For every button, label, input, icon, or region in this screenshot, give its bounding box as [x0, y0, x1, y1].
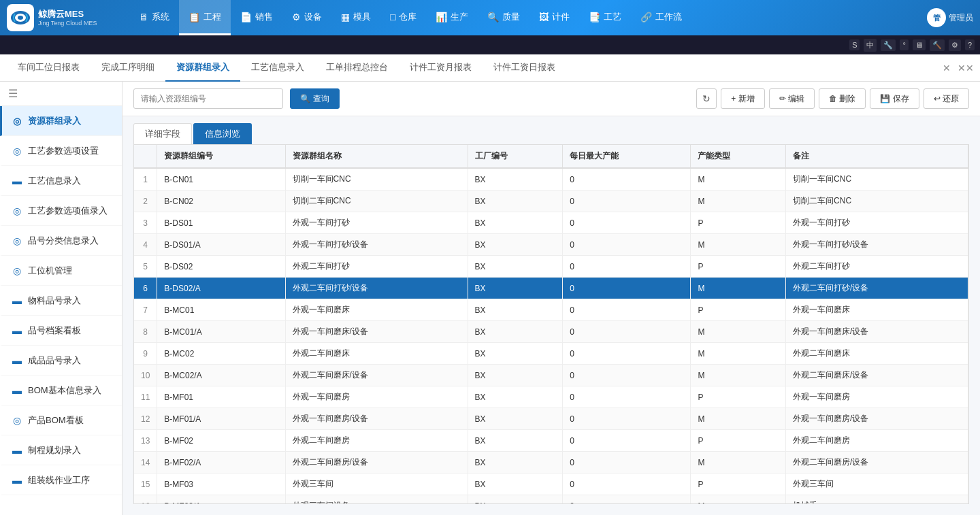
- cell-code: B-MF02: [157, 430, 285, 452]
- save-button[interactable]: 💾 保存: [870, 88, 919, 109]
- table-row[interactable]: 5 B-DS02 外观二车间打砂 BX 0 P 外观二车间打砂: [134, 256, 968, 278]
- sidebar-item-assembly-line[interactable]: ▬组装线作业工序: [0, 465, 122, 495]
- cell-name: 外观二车间打砂/设备: [285, 278, 468, 299]
- sidebar-icon-process-data: ◎: [12, 205, 22, 216]
- table-row[interactable]: 2 B-CN02 切削二车间CNC BX 0 M 切削二车间CNC: [134, 190, 968, 212]
- search-button[interactable]: 🔍 查询: [290, 88, 340, 109]
- cell-type: M: [691, 278, 786, 299]
- nav-item-production[interactable]: 📊生产: [426, 0, 478, 35]
- table-row[interactable]: 8 B-MC01/A 外观一车间磨床/设备 BX 0 M 外观一车间磨床/设备: [134, 321, 968, 343]
- table-row[interactable]: 12 B-MF01/A 外观一车间磨房/设备 BX 0 M 外观一车间磨房/设备: [134, 408, 968, 430]
- restore-button[interactable]: ↩ 还原: [924, 88, 969, 109]
- table-row[interactable]: 14 B-MF02/A 外观二车间磨房/设备 BX 0 M 外观二车间磨房/设备: [134, 452, 968, 474]
- cell-name: 外观二车间磨房/设备: [285, 452, 468, 474]
- table-row[interactable]: 1 B-CN01 切削一车间CNC BX 0 M 切削一车间CNC: [134, 168, 968, 190]
- sidebar-item-process-plan[interactable]: ▬制程规划录入: [0, 435, 122, 465]
- sidebar-item-process-info[interactable]: ▬工艺信息录入: [0, 166, 122, 196]
- nav-item-process[interactable]: 📑工艺: [579, 0, 631, 35]
- search-input[interactable]: [133, 88, 283, 109]
- sidebar-toggle[interactable]: ☰: [8, 87, 18, 100]
- row-number: 9: [134, 343, 157, 365]
- table-row[interactable]: 11 B-MF01 外观一车间磨房 BX 0 P 外观一车间磨房: [134, 386, 968, 408]
- sidebar-item-workstation[interactable]: ◎工位机管理: [0, 256, 122, 286]
- nav-icon-engineering: 📋: [189, 12, 200, 22]
- nav-item-system[interactable]: 🖥系统: [129, 0, 179, 35]
- table-row[interactable]: 15 B-MF03 外观三车间 BX 0 P 外观三车间: [134, 474, 968, 495]
- sidebar-item-resource-group[interactable]: ◎资源群组录入: [0, 106, 122, 136]
- nav-item-engineering[interactable]: 📋工程: [179, 0, 231, 35]
- table-row[interactable]: 10 B-MC02/A 外观二车间磨床/设备 BX 0 M 外观二车间磨床/设备: [134, 365, 968, 386]
- table-row[interactable]: 13 B-MF02 外观二车间磨房 BX 0 P 外观二车间磨房: [134, 430, 968, 452]
- cell-remark: 切削一车间CNC: [786, 168, 968, 190]
- sys-btn-tool2[interactable]: 🔨: [930, 39, 945, 51]
- sys-btn-help[interactable]: ?: [965, 39, 975, 50]
- cell-remark: 外观二车间磨床: [786, 343, 968, 365]
- sidebar-item-product-entry[interactable]: ▬成品品号录入: [0, 346, 122, 376]
- table-row[interactable]: 6 B-DS02/A 外观二车间打砂/设备 BX 0 M 外观二车间打砂/设备: [134, 278, 968, 299]
- sidebar-item-process-data[interactable]: ◎工艺参数选项值录入: [0, 196, 122, 226]
- cell-type: P: [691, 430, 786, 452]
- nav-item-mold[interactable]: ▦模具: [331, 0, 380, 35]
- sidebar-item-bom-basic[interactable]: ▬BOM基本信息录入: [0, 376, 122, 405]
- sys-btn-settings[interactable]: ⚙: [949, 39, 961, 51]
- cell-capacity: 0: [563, 256, 691, 278]
- user-avatar: 管: [927, 8, 946, 27]
- close-all-tabs-btn[interactable]: ✕✕: [958, 61, 973, 76]
- sidebar-item-material[interactable]: ▬物料品号录入: [0, 286, 122, 316]
- sub-tab-process-detail[interactable]: 完成工序明细: [91, 54, 165, 82]
- nav-icon-mold: ▦: [341, 12, 350, 22]
- row-number: 8: [134, 321, 157, 343]
- table-row[interactable]: 4 B-DS01/A 外观一车间打砂/设备 BX 0 M 外观一车间打砂/设备: [134, 234, 968, 256]
- sidebar-item-process-params[interactable]: ◎工艺参数选项设置: [0, 136, 122, 166]
- table-row[interactable]: 3 B-DS01 外观一车间打砂 BX 0 P 外观一车间打砂: [134, 212, 968, 234]
- nav-item-warehouse[interactable]: □仓库: [380, 0, 426, 35]
- sub-tab-process-info[interactable]: 工艺信息录入: [240, 54, 315, 82]
- cell-type: M: [691, 408, 786, 430]
- sidebar-icon-process-params: ◎: [12, 146, 22, 156]
- sub-tab-resource-group[interactable]: 资源群组录入: [165, 54, 240, 82]
- sys-btn-degree[interactable]: °: [900, 39, 908, 50]
- cell-remark: 切削二车间CNC: [786, 190, 968, 212]
- cell-code: B-MC01/A: [157, 321, 285, 343]
- data-table: 资源群组编号资源群组名称工厂编号每日最大产能产能类型备注 1 B-CN01 切削…: [134, 145, 968, 504]
- sidebar-item-product-file[interactable]: ▬品号档案看板: [0, 316, 122, 346]
- nav-item-quality[interactable]: 🔍质量: [478, 0, 529, 35]
- sidebar-item-bom-kanban[interactable]: ◎产品BOM看板: [0, 405, 122, 435]
- cell-remark: 外观一车间磨床/设备: [786, 321, 968, 343]
- sidebar-item-product-class[interactable]: ◎品号分类信息录入: [0, 226, 122, 256]
- sub-tab-piecework-daily[interactable]: 计件工资日报表: [483, 54, 566, 82]
- nav-item-piecework[interactable]: 🖼计件: [529, 0, 579, 35]
- table-row[interactable]: 16 B-MF03/A 外观三车间设备 BX 0 M 机械手: [134, 495, 968, 505]
- sub-tab-work-order[interactable]: 工单排程总控台: [315, 54, 399, 82]
- delete-button[interactable]: 🗑 删除: [819, 88, 866, 109]
- sys-btn-tool1[interactable]: 🔧: [881, 39, 896, 51]
- refresh-button[interactable]: ↻: [696, 88, 717, 109]
- view-tab-detail-fields[interactable]: 详细字段: [133, 123, 192, 144]
- cell-remark: 外观一车间磨床: [786, 299, 968, 321]
- row-number: 1: [134, 168, 157, 190]
- sub-tab-workshop-daily[interactable]: 车间工位日报表: [7, 54, 91, 82]
- nav-item-sales[interactable]: 📄销售: [231, 0, 282, 35]
- sidebar-icon-process-info: ▬: [12, 176, 22, 186]
- edit-button[interactable]: ✏ 编辑: [769, 88, 815, 109]
- close-tab-btn[interactable]: ✕: [939, 61, 954, 76]
- table-row[interactable]: 7 B-MC01 外观一车间磨床 BX 0 P 外观一车间磨床: [134, 299, 968, 321]
- cell-factory: BX: [468, 234, 563, 256]
- cell-name: 外观一车间打砂/设备: [285, 234, 468, 256]
- username-label: 管理员: [949, 12, 973, 24]
- sys-btn-s[interactable]: S: [849, 39, 860, 50]
- cell-code: B-MC01: [157, 299, 285, 321]
- cell-factory: BX: [468, 256, 563, 278]
- table-row[interactable]: 9 B-MC02 外观二车间磨床 BX 0 M 外观二车间磨床: [134, 343, 968, 365]
- cell-factory: BX: [468, 212, 563, 234]
- sys-btn-screen[interactable]: 🖥: [913, 39, 926, 50]
- sub-tab-piecework-monthly[interactable]: 计件工资月报表: [399, 54, 483, 82]
- sys-btn-lang[interactable]: 中: [864, 39, 877, 52]
- new-button[interactable]: + 新增: [721, 88, 764, 109]
- logo-area: 鲸腾云MES Jing Teng Cloud MES: [7, 4, 129, 31]
- content-area: 🔍 查询 ↻ + 新增 ✏ 编辑 🗑 删除 💾 保存 ↩ 还原 详细字段信息浏览: [122, 82, 980, 515]
- nav-item-equipment[interactable]: ⚙设备: [282, 0, 331, 35]
- cell-factory: BX: [468, 299, 563, 321]
- nav-item-workflow[interactable]: 🔗工作流: [631, 0, 691, 35]
- view-tab-info-browse[interactable]: 信息浏览: [193, 123, 252, 144]
